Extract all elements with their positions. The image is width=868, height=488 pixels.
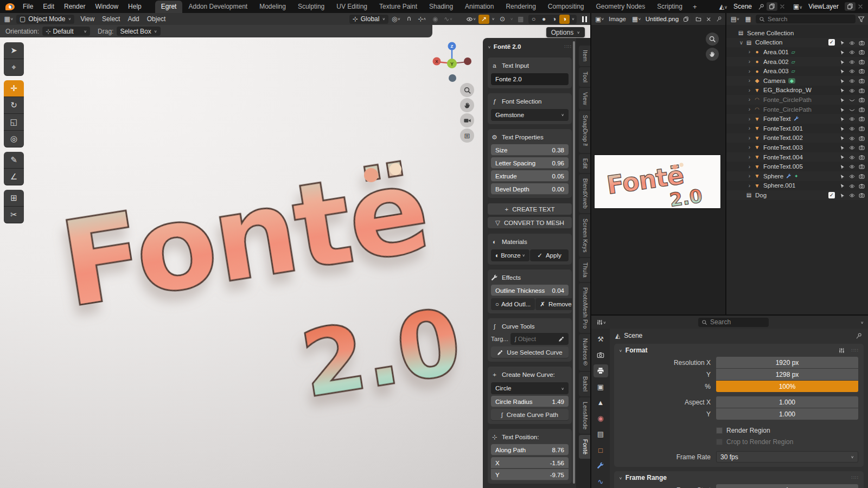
menu-render[interactable]: Render [59, 2, 90, 11]
selectable-toggle-icon[interactable] [840, 144, 845, 151]
selectable-toggle-icon[interactable] [840, 78, 845, 84]
snap-magnet-icon[interactable]: ∪ [404, 15, 414, 24]
expander-icon[interactable]: › [746, 154, 753, 160]
render-visibility-icon[interactable] [859, 115, 865, 122]
properties-tab-output[interactable] [593, 364, 608, 377]
collection-checkbox[interactable]: ✓ [828, 192, 835, 198]
expander-icon[interactable]: › [746, 125, 753, 131]
workspace-tab-addon-development[interactable]: Addon Development [182, 1, 253, 13]
zoom-icon[interactable] [460, 83, 474, 97]
mode-dropdown[interactable]: ▢ Object Mode∨ [16, 15, 74, 24]
perspective-toggle-icon[interactable]: ⊞ [460, 129, 474, 143]
text-input-field[interactable]: Fonte 2.0 [491, 73, 569, 85]
tool-scale-button[interactable]: ◱ [4, 114, 24, 131]
menu-file[interactable]: File [18, 2, 38, 11]
transform-orientation-dropdown[interactable]: ⊹ Global∨ [349, 15, 389, 24]
render-visibility-icon[interactable] [859, 78, 865, 84]
remove-outline-button[interactable]: ✗ Remove [535, 298, 576, 310]
curve-type-dropdown[interactable]: Circle∨ [491, 382, 569, 394]
sidebar-tab-babel[interactable]: Babel [579, 372, 590, 396]
selectable-toggle-icon[interactable] [840, 97, 845, 103]
expander-icon[interactable]: ∨ [738, 40, 745, 46]
along-path-slider[interactable]: Along Path8.76 [491, 444, 569, 455]
scene-icon[interactable]: ◭∨ [719, 3, 727, 10]
workspace-tab-animation[interactable]: Animation [459, 1, 500, 13]
visibility-eye-icon[interactable] [849, 182, 855, 189]
object-name[interactable]: FonteText [763, 115, 791, 122]
tool-cursor-button[interactable]: ⌖ [4, 59, 24, 76]
pin-id-icon[interactable] [856, 332, 863, 339]
menu-window[interactable]: Window [90, 2, 123, 11]
expander-icon[interactable]: › [746, 59, 753, 65]
outliner-row-fontetext-001[interactable]: ›▼FonteText.001 [726, 124, 868, 133]
resolution-y-field[interactable]: 1298 px [716, 369, 858, 380]
render-visibility-icon[interactable] [859, 182, 865, 189]
add-outline-button[interactable]: ○ Add Outl... [491, 298, 535, 310]
tool-transform-button[interactable]: ◎ [4, 131, 24, 147]
zoom-icon[interactable] [706, 33, 719, 46]
object-name[interactable]: Area.001 [763, 49, 789, 55]
object-name[interactable]: Sphere [763, 173, 783, 179]
new-scene-button[interactable] [767, 2, 777, 11]
outliner-search-input[interactable]: Search [756, 15, 856, 23]
create-curve-path-button[interactable]: ʃ Create Curve Path [491, 409, 569, 421]
panel-grip-icon[interactable]: ∷∷ [565, 44, 572, 49]
pan-hand-icon[interactable] [706, 48, 719, 61]
tool-measure-button[interactable]: ∠ [4, 169, 24, 185]
tool-knife-project-button[interactable]: ✂ [4, 207, 24, 223]
object-name[interactable]: Dog [755, 192, 767, 198]
material-dropdown[interactable]: ◐ Bronze ∨ [491, 249, 529, 261]
selectable-toggle-icon[interactable] [840, 68, 845, 74]
outliner-row-fonte-circlepath[interactable]: ›◠Fonte_CirclePath [726, 95, 868, 105]
visibility-eye-icon[interactable] [849, 97, 855, 103]
expander-icon[interactable]: › [746, 78, 753, 84]
render-visibility-icon[interactable] [859, 49, 865, 55]
outliner-row-fontetext-002[interactable]: ›▼FonteText.002 [726, 133, 868, 143]
render-visibility-icon[interactable] [859, 39, 865, 46]
eyedropper-icon[interactable] [558, 336, 564, 342]
workspace-tab-geometry-nodes[interactable]: Geometry Nodes [590, 1, 652, 13]
tool-rotate-button[interactable]: ↻ [4, 97, 24, 114]
gizmo-toggle-icon[interactable]: ↗ [478, 15, 489, 24]
sidebar-tab-font-[interactable]: Fontë [579, 435, 590, 459]
outliner-row-sphere-001[interactable]: ›▼Sphere.001 [726, 181, 868, 191]
options-button[interactable]: Options∨ [546, 27, 585, 37]
workspace-tab-shading[interactable]: Shading [423, 1, 459, 13]
panel-collapse-icon[interactable]: ∨ [488, 44, 491, 48]
workspace-tab-sculpting[interactable]: Sculpting [292, 1, 330, 13]
render-visibility-icon[interactable] [859, 106, 865, 112]
outliner-row-eg-backdrop-w[interactable]: ›▼EG_Backdrop_W [726, 86, 868, 95]
sidebar-tab-lensmode[interactable]: LensMode [579, 397, 590, 434]
viewlayer-icon[interactable]: ▣∨ [793, 3, 802, 10]
viewport-menu-select[interactable]: Select [98, 15, 124, 23]
duplicate-image-button[interactable] [681, 15, 691, 23]
new-viewlayer-button[interactable] [845, 2, 856, 11]
properties-options-icon[interactable]: ∨ [860, 320, 864, 324]
expander-icon[interactable]: › [746, 173, 753, 179]
outliner-display-mode-icon[interactable]: ▤∨ [730, 15, 741, 24]
visibility-eye-icon[interactable] [849, 125, 855, 132]
render-visibility-icon[interactable] [859, 125, 865, 132]
viewport-menu-add[interactable]: Add [124, 15, 143, 23]
visibility-eye-icon[interactable] [849, 58, 855, 65]
object-name[interactable]: Fonte_CirclePath [763, 106, 812, 113]
collection-checkbox[interactable]: ✓ [828, 39, 835, 46]
shading-material-icon[interactable]: ◑ [549, 15, 559, 24]
visibility-eye-icon[interactable] [849, 172, 855, 179]
visibility-eye-icon[interactable] [849, 192, 855, 198]
circle-radius-slider[interactable]: Circle Radius1.49 [491, 396, 569, 407]
shading-rendered-icon[interactable]: ◑ [559, 15, 570, 24]
image-filename[interactable]: Untitled.png [646, 16, 679, 22]
render-visibility-icon[interactable] [859, 68, 865, 74]
workspace-tab-uv-editing[interactable]: UV Editing [330, 1, 373, 13]
expander-icon[interactable]: › [746, 68, 753, 74]
sidebar-tab-blendxweb[interactable]: BlendXweb [579, 174, 590, 213]
expander-icon[interactable]: › [746, 87, 753, 93]
tool-add-cube-button[interactable]: ⊞ [4, 190, 24, 207]
snap-target-icon[interactable]: ⊹∨ [417, 15, 427, 24]
sidebar-tab-view[interactable]: View [579, 88, 590, 110]
render-visibility-icon[interactable] [859, 97, 865, 103]
selectable-toggle-icon[interactable] [840, 39, 845, 46]
sidebar-tab-edit[interactable]: Edit [579, 154, 590, 173]
object-name[interactable]: FonteText.001 [763, 125, 803, 132]
